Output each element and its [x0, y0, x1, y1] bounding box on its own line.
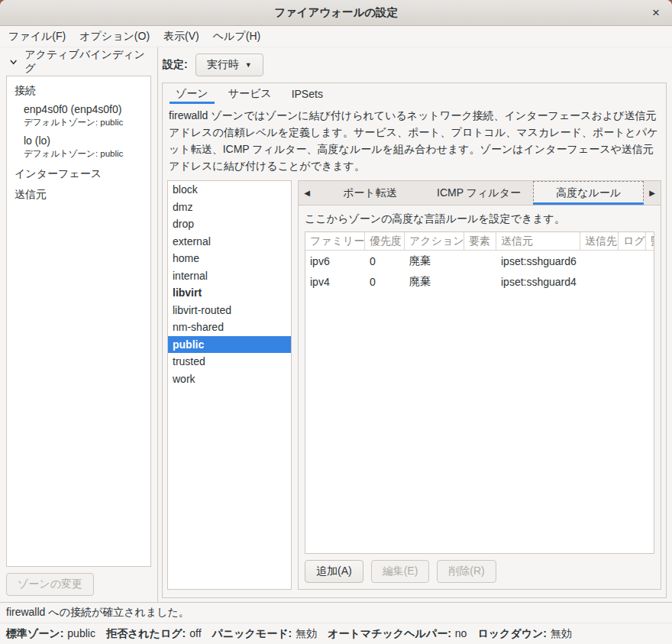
menu-view[interactable]: 表示(V)	[157, 27, 206, 47]
default-zone-status: 標準ゾーン: public	[6, 627, 95, 641]
tab-zones[interactable]: ゾーン	[166, 83, 218, 104]
subtab-icmp-filter[interactable]: ICMP フィルター	[425, 181, 534, 205]
rule-family: ipv6	[305, 251, 365, 271]
menu-help[interactable]: ヘルプ(H)	[206, 27, 267, 47]
rule-source: ipset:sshguard4	[496, 271, 580, 292]
connection-name: enp4s0f0 (enp4s0f0)	[24, 103, 144, 115]
rule-priority: 0	[365, 251, 405, 271]
column-header-family[interactable]: ファミリー	[305, 232, 365, 250]
tab-scroll-right-icon[interactable]: ▶	[644, 181, 661, 205]
rule-action: 廃棄	[405, 251, 464, 271]
rule-element	[464, 251, 496, 271]
rule-audit	[646, 251, 654, 271]
active-bindings-sidebar: アクティブバインディング 接続 enp4s0f0 (enp4s0f0) デフォル…	[0, 47, 158, 602]
column-header-audit[interactable]: 監査	[646, 232, 654, 250]
rule-family: ipv4	[305, 271, 365, 292]
zone-item-block[interactable]: block	[168, 181, 291, 199]
main-notebook: ゾーン サービス IPSets firewalld ゾーンではゾーンに結び付けら…	[162, 83, 667, 598]
rich-rules-buttons: 追加(A) 編集(E) 削除(R)	[299, 554, 661, 589]
default-zone-value: public	[67, 627, 95, 641]
statusbar: firewalld への接続が確立されました。 標準ゾーン: public 拒否…	[0, 602, 672, 644]
zone-item-home[interactable]: home	[168, 250, 291, 267]
tab-scroll-left-icon[interactable]: ◀	[299, 181, 315, 205]
tab-services[interactable]: サービス	[218, 83, 282, 104]
edit-rule-button[interactable]: 編集(E)	[371, 560, 430, 583]
connection-default-zone: デフォルトゾーン: public	[24, 148, 144, 160]
lockdown-status: ロックダウン: 無効	[477, 627, 572, 641]
rule-action: 廃棄	[405, 271, 464, 292]
log-denied-label: 拒否されたログ:	[106, 627, 186, 641]
column-header-element[interactable]: 要素	[464, 232, 496, 250]
column-header-action[interactable]: アクション	[405, 232, 464, 250]
rich-rules-header-row: ファミリー 優先度 アクション 要素 送信元 送信先 ログ 監査	[305, 232, 654, 251]
bindings-section-sources[interactable]: 送信元	[7, 184, 150, 205]
zone-item-work[interactable]: work	[168, 371, 291, 388]
automatic-helpers-value: no	[455, 627, 467, 641]
automatic-helpers-status: オートマチックヘルパー: no	[328, 627, 467, 641]
configuration-dropdown[interactable]: 実行時 ▼	[195, 53, 263, 76]
lockdown-label: ロックダウン:	[477, 627, 547, 641]
configuration-value: 実行時	[207, 58, 239, 72]
column-header-destination[interactable]: 送信先	[580, 232, 619, 250]
menu-file[interactable]: ファイル(F)	[2, 27, 73, 47]
configuration-label: 設定:	[163, 58, 188, 72]
zone-item-public[interactable]: public	[168, 336, 291, 354]
panic-mode-value: 無効	[296, 627, 317, 641]
main-area: アクティブバインディング 接続 enp4s0f0 (enp4s0f0) デフォル…	[0, 47, 672, 602]
lockdown-value: 無効	[551, 627, 572, 641]
rich-rules-table: ファミリー 優先度 アクション 要素 送信元 送信先 ログ 監査	[305, 231, 654, 554]
zones-page: firewalld ゾーンではゾーンに結び付けられているネットワーク接続、インタ…	[163, 104, 666, 597]
zone-settings-tabstrip: ◀ ポート転送 ICMP フィルター 高度なルール ▶	[299, 181, 661, 205]
rule-audit	[646, 271, 654, 292]
tab-ipsets[interactable]: IPSets	[282, 83, 333, 104]
zone-item-drop[interactable]: drop	[168, 215, 291, 233]
rule-row[interactable]: ipv4 0 廃棄 ipset:sshguard4	[305, 271, 654, 292]
chevron-down-icon	[9, 57, 18, 66]
change-zone-button[interactable]: ゾーンの変更	[6, 573, 94, 596]
remove-rule-button[interactable]: 削除(R)	[437, 560, 496, 583]
bindings-list: 接続 enp4s0f0 (enp4s0f0) デフォルトゾーン: public …	[6, 76, 151, 567]
zones-browser: block dmz drop external home internal li…	[167, 180, 661, 590]
rule-row[interactable]: ipv6 0 廃棄 ipset:sshguard6	[305, 251, 654, 271]
rule-destination	[580, 271, 619, 292]
configuration-row: 設定: 実行時 ▼	[158, 47, 672, 83]
zone-item-trusted[interactable]: trusted	[168, 353, 291, 371]
column-header-log[interactable]: ログ	[619, 232, 646, 250]
connection-default-zone: デフォルトゾーン: public	[24, 117, 144, 128]
zone-item-libvirt[interactable]: libvirt	[168, 284, 291, 302]
bindings-section-interfaces[interactable]: インターフェース	[7, 163, 150, 184]
main-tabstrip: ゾーン サービス IPSets	[163, 83, 666, 104]
zone-list: block dmz drop external home internal li…	[167, 180, 292, 590]
bindings-section-connections[interactable]: 接続	[7, 80, 150, 101]
zone-item-external[interactable]: external	[168, 233, 291, 251]
zone-item-dmz[interactable]: dmz	[168, 199, 291, 216]
zone-item-internal[interactable]: internal	[168, 267, 291, 285]
active-bindings-expander[interactable]: アクティブバインディング	[0, 47, 157, 76]
column-header-priority[interactable]: 優先度	[365, 232, 405, 250]
rule-source: ipset:sshguard6	[496, 251, 580, 271]
subtab-port-forwarding[interactable]: ポート転送	[315, 181, 425, 205]
window-title: ファイアウォールの設定	[274, 5, 398, 20]
log-denied-status: 拒否されたログ: off	[106, 627, 202, 641]
zone-item-nm-shared[interactable]: nm-shared	[168, 319, 291, 336]
zones-description: firewalld ゾーンではゾーンに結び付けられているネットワーク接続、インタ…	[169, 107, 660, 174]
close-icon[interactable]: ×	[646, 0, 666, 25]
menu-options[interactable]: オプション(O)	[73, 27, 157, 47]
add-rule-button[interactable]: 追加(A)	[305, 560, 363, 583]
column-header-source[interactable]: 送信元	[496, 232, 580, 250]
rich-rules-hint: ここからゾーンの高度な言語ルールを設定できます。	[299, 205, 661, 231]
automatic-helpers-label: オートマチックヘルパー:	[328, 627, 451, 641]
titlebar[interactable]: ファイアウォールの設定 ×	[0, 0, 672, 26]
rule-destination	[580, 251, 619, 271]
connection-item[interactable]: enp4s0f0 (enp4s0f0) デフォルトゾーン: public	[7, 101, 150, 132]
connection-item[interactable]: lo (lo) デフォルトゾーン: public	[7, 132, 150, 163]
rule-element	[464, 271, 496, 292]
default-zone-label: 標準ゾーン:	[6, 627, 63, 641]
panic-mode-status: パニックモード: 無効	[212, 627, 318, 641]
connection-status-message: firewalld への接続が確立されました。	[0, 603, 672, 623]
subtab-rich-rules[interactable]: 高度なルール	[533, 181, 644, 205]
zone-item-libvirt-routed[interactable]: libvirt-routed	[168, 302, 291, 319]
zone-settings-notebook: ◀ ポート転送 ICMP フィルター 高度なルール ▶ ここからゾーンの高度な言…	[298, 180, 661, 590]
log-denied-value: off	[189, 627, 201, 641]
connection-name: lo (lo)	[24, 134, 144, 147]
